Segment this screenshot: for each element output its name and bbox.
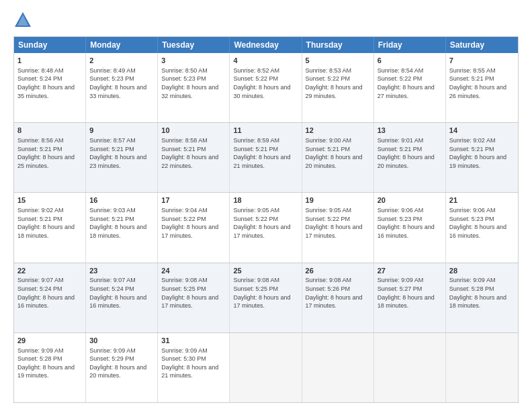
cell-details: Sunrise: 8:48 AMSunset: 5:24 PMDaylight:…	[17, 66, 82, 100]
empty-cell	[230, 333, 302, 402]
day-number: 3	[161, 56, 226, 66]
empty-cell	[302, 333, 374, 402]
cell-details: Sunrise: 9:06 AMSunset: 5:23 PMDaylight:…	[449, 206, 515, 240]
cell-details: Sunrise: 9:09 AMSunset: 5:28 PMDaylight:…	[449, 276, 515, 310]
day-number: 6	[378, 56, 442, 66]
day-number: 15	[17, 195, 82, 205]
empty-cell	[446, 333, 518, 402]
cell-details: Sunrise: 8:52 AMSunset: 5:22 PMDaylight:…	[233, 66, 298, 100]
cell-details: Sunrise: 8:56 AMSunset: 5:21 PMDaylight:…	[17, 136, 82, 170]
calendar-row-2: 8Sunrise: 8:56 AMSunset: 5:21 PMDaylight…	[14, 122, 518, 192]
day-cell-2: 2Sunrise: 8:49 AMSunset: 5:23 PMDaylight…	[86, 53, 158, 122]
day-number: 8	[17, 126, 82, 136]
day-number: 16	[89, 195, 154, 205]
day-cell-6: 6Sunrise: 8:54 AMSunset: 5:22 PMDaylight…	[374, 53, 446, 122]
cell-details: Sunrise: 8:54 AMSunset: 5:22 PMDaylight:…	[378, 66, 442, 100]
cell-details: Sunrise: 8:57 AMSunset: 5:21 PMDaylight:…	[89, 136, 154, 170]
logo	[13, 11, 35, 30]
cell-details: Sunrise: 9:02 AMSunset: 5:21 PMDaylight:…	[17, 206, 82, 240]
day-number: 24	[161, 266, 226, 276]
day-cell-13: 13Sunrise: 9:01 AMSunset: 5:21 PMDayligh…	[374, 123, 446, 192]
day-number: 19	[306, 195, 370, 205]
day-number: 11	[233, 126, 298, 136]
day-cell-16: 16Sunrise: 9:03 AMSunset: 5:21 PMDayligh…	[86, 193, 158, 262]
day-number: 1	[17, 56, 82, 66]
day-number: 12	[306, 126, 370, 136]
day-header-friday: Friday	[374, 37, 446, 53]
day-header-tuesday: Tuesday	[158, 37, 230, 53]
day-number: 2	[89, 56, 154, 66]
day-cell-7: 7Sunrise: 8:55 AMSunset: 5:21 PMDaylight…	[446, 53, 518, 122]
calendar-row-1: 1Sunrise: 8:48 AMSunset: 5:24 PMDaylight…	[14, 53, 518, 122]
logo-icon	[13, 11, 32, 30]
day-number: 10	[161, 126, 226, 136]
cell-details: Sunrise: 9:07 AMSunset: 5:24 PMDaylight:…	[17, 276, 82, 310]
calendar-body: 1Sunrise: 8:48 AMSunset: 5:24 PMDaylight…	[14, 53, 518, 402]
day-number: 21	[449, 195, 515, 205]
day-header-saturday: Saturday	[446, 37, 518, 53]
day-cell-1: 1Sunrise: 8:48 AMSunset: 5:24 PMDaylight…	[14, 53, 86, 122]
day-cell-10: 10Sunrise: 8:58 AMSunset: 5:21 PMDayligh…	[158, 123, 230, 192]
cell-details: Sunrise: 9:00 AMSunset: 5:21 PMDaylight:…	[306, 136, 370, 170]
calendar-header: SundayMondayTuesdayWednesdayThursdayFrid…	[14, 37, 518, 53]
day-cell-17: 17Sunrise: 9:04 AMSunset: 5:22 PMDayligh…	[158, 193, 230, 262]
cell-details: Sunrise: 9:04 AMSunset: 5:22 PMDaylight:…	[161, 206, 226, 240]
day-number: 27	[378, 266, 442, 276]
cell-details: Sunrise: 9:02 AMSunset: 5:21 PMDaylight:…	[449, 136, 515, 170]
day-number: 29	[17, 336, 82, 346]
header	[13, 11, 519, 30]
cell-details: Sunrise: 8:50 AMSunset: 5:23 PMDaylight:…	[161, 66, 226, 100]
day-number: 17	[161, 195, 226, 205]
day-number: 31	[161, 336, 226, 346]
day-cell-15: 15Sunrise: 9:02 AMSunset: 5:21 PMDayligh…	[14, 193, 86, 262]
day-cell-8: 8Sunrise: 8:56 AMSunset: 5:21 PMDaylight…	[14, 123, 86, 192]
day-number: 9	[89, 126, 154, 136]
day-number: 23	[89, 266, 154, 276]
day-cell-23: 23Sunrise: 9:07 AMSunset: 5:24 PMDayligh…	[86, 263, 158, 332]
day-cell-3: 3Sunrise: 8:50 AMSunset: 5:23 PMDaylight…	[158, 53, 230, 122]
cell-details: Sunrise: 9:09 AMSunset: 5:30 PMDaylight:…	[161, 347, 226, 380]
day-number: 5	[306, 56, 370, 66]
day-header-sunday: Sunday	[14, 37, 86, 53]
cell-details: Sunrise: 8:53 AMSunset: 5:22 PMDaylight:…	[306, 66, 370, 100]
day-number: 18	[233, 195, 298, 205]
day-number: 25	[233, 266, 298, 276]
cell-details: Sunrise: 9:06 AMSunset: 5:23 PMDaylight:…	[378, 206, 442, 240]
day-number: 14	[449, 126, 515, 136]
calendar-row-3: 15Sunrise: 9:02 AMSunset: 5:21 PMDayligh…	[14, 192, 518, 262]
day-cell-25: 25Sunrise: 9:08 AMSunset: 5:25 PMDayligh…	[230, 263, 302, 332]
cell-details: Sunrise: 8:49 AMSunset: 5:23 PMDaylight:…	[89, 66, 154, 100]
page: SundayMondayTuesdayWednesdayThursdayFrid…	[0, 0, 532, 411]
day-cell-14: 14Sunrise: 9:02 AMSunset: 5:21 PMDayligh…	[446, 123, 518, 192]
day-cell-12: 12Sunrise: 9:00 AMSunset: 5:21 PMDayligh…	[302, 123, 374, 192]
cell-details: Sunrise: 9:03 AMSunset: 5:21 PMDaylight:…	[89, 206, 154, 240]
cell-details: Sunrise: 9:09 AMSunset: 5:27 PMDaylight:…	[378, 276, 442, 310]
cell-details: Sunrise: 8:58 AMSunset: 5:21 PMDaylight:…	[161, 136, 226, 170]
empty-cell	[374, 333, 446, 402]
day-cell-28: 28Sunrise: 9:09 AMSunset: 5:28 PMDayligh…	[446, 263, 518, 332]
day-header-wednesday: Wednesday	[230, 37, 302, 53]
cell-details: Sunrise: 8:55 AMSunset: 5:21 PMDaylight:…	[449, 66, 515, 100]
day-number: 4	[233, 56, 298, 66]
calendar: SundayMondayTuesdayWednesdayThursdayFrid…	[13, 36, 519, 403]
cell-details: Sunrise: 9:07 AMSunset: 5:24 PMDaylight:…	[89, 276, 154, 310]
day-number: 26	[306, 266, 370, 276]
cell-details: Sunrise: 8:59 AMSunset: 5:21 PMDaylight:…	[233, 136, 298, 170]
cell-details: Sunrise: 9:08 AMSunset: 5:25 PMDaylight:…	[161, 276, 226, 310]
day-header-monday: Monday	[86, 37, 158, 53]
cell-details: Sunrise: 9:08 AMSunset: 5:26 PMDaylight:…	[306, 276, 370, 310]
day-cell-27: 27Sunrise: 9:09 AMSunset: 5:27 PMDayligh…	[374, 263, 446, 332]
cell-details: Sunrise: 9:09 AMSunset: 5:28 PMDaylight:…	[17, 347, 82, 380]
day-cell-19: 19Sunrise: 9:05 AMSunset: 5:22 PMDayligh…	[302, 193, 374, 262]
cell-details: Sunrise: 9:05 AMSunset: 5:22 PMDaylight:…	[233, 206, 298, 240]
day-cell-21: 21Sunrise: 9:06 AMSunset: 5:23 PMDayligh…	[446, 193, 518, 262]
cell-details: Sunrise: 9:09 AMSunset: 5:29 PMDaylight:…	[89, 347, 154, 380]
day-cell-9: 9Sunrise: 8:57 AMSunset: 5:21 PMDaylight…	[86, 123, 158, 192]
day-cell-20: 20Sunrise: 9:06 AMSunset: 5:23 PMDayligh…	[374, 193, 446, 262]
day-cell-24: 24Sunrise: 9:08 AMSunset: 5:25 PMDayligh…	[158, 263, 230, 332]
day-cell-4: 4Sunrise: 8:52 AMSunset: 5:22 PMDaylight…	[230, 53, 302, 122]
day-number: 28	[449, 266, 515, 276]
day-cell-31: 31Sunrise: 9:09 AMSunset: 5:30 PMDayligh…	[158, 333, 230, 402]
cell-details: Sunrise: 9:05 AMSunset: 5:22 PMDaylight:…	[306, 206, 370, 240]
day-cell-29: 29Sunrise: 9:09 AMSunset: 5:28 PMDayligh…	[14, 333, 86, 402]
